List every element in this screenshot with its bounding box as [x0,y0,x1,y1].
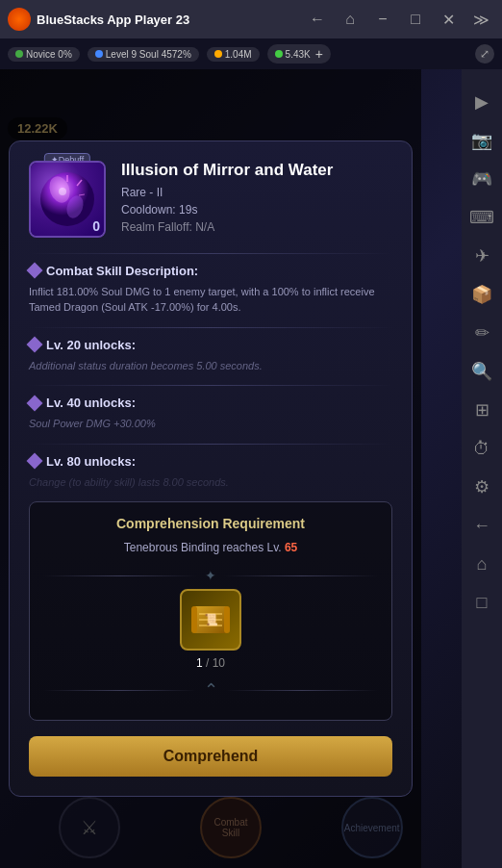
app-logo [8,8,31,31]
comprehension-req: Tenebrous Binding reaches Lv. 65 [43,541,378,554]
home-button[interactable]: ⌂ [337,6,364,33]
diamond-icon-3 [27,395,43,411]
sidebar-gamepad-icon[interactable]: 🎮 [464,162,499,196]
comprehension-box: Comprehension Requirement Tenebrous Bind… [29,501,392,721]
lv20-title: Lv. 20 unlocks: [29,338,392,352]
combat-skill-section: Combat Skill Description: Inflict 181.00… [29,264,392,316]
item-icon: 📜 [180,589,241,651]
top-bar: BlueStacks App Player 23 ← ⌂ − □ ✕ ≫ [0,0,502,38]
sidebar-back-icon[interactable]: ← [464,508,499,543]
fullscreen-button[interactable]: ⤢ [475,44,494,64]
skill-rarity: Rare - II [121,186,392,199]
sidebar-search-icon[interactable]: 🔍 [464,354,499,389]
skill-info: Illusion of Mirror and Water Rare - II C… [121,161,392,234]
status-bar: Novice 0% Level 9 Soul 4572% 1.04M 5.43K… [0,38,502,69]
diamond-icon [27,263,43,279]
novice-status: Novice 0% [8,47,80,62]
level-dot [95,50,103,58]
sidebar-layers-icon[interactable]: ⊞ [464,393,499,427]
modal-overlay: ✦Debuff [0,69,421,868]
divider-4 [29,444,392,445]
maximize-button[interactable]: □ [402,6,429,33]
close-button[interactable]: ✕ [435,6,462,33]
skill-modal: ✦Debuff [9,140,413,798]
ornament-bottom: ⌃ [43,679,378,701]
divider-3 [29,385,392,386]
comprehension-level: 65 [285,541,297,554]
sidebar-edit-icon[interactable]: ✏ [464,316,499,350]
skill-icon: 0 [29,161,106,238]
lv40-desc: Soul Power DMG +30.00% [29,416,392,432]
sidebar-timer-icon[interactable]: ⏱ [464,431,499,466]
sidebar-home-icon[interactable]: ⌂ [464,547,499,581]
currency1-status: 1.04M [207,47,260,62]
sidebar-window-icon[interactable]: □ [464,585,499,620]
svg-point-3 [59,188,66,195]
ornament-top: ✦ [43,568,378,583]
svg-rect-9 [224,606,230,633]
svg-rect-8 [191,606,197,633]
combat-skill-title: Combat Skill Description: [29,264,392,278]
level-status: Level 9 Soul 4572% [88,47,199,62]
sidebar-settings-icon[interactable]: ⚙ [464,470,499,504]
comprehension-title: Comprehension Requirement [43,516,378,531]
novice-dot [15,50,23,58]
ornament-line-bottom-right [226,690,379,691]
diamond-icon-2 [27,337,43,353]
skill-icon-level: 0 [92,218,100,234]
app-title: BlueStacks App Player 23 [37,13,298,27]
lv80-section: Lv. 80 unlocks: Change (to ability skill… [29,454,392,491]
lv80-title: Lv. 80 unlocks: [29,454,392,469]
currency2-expand[interactable]: + [315,46,323,62]
ornament-line-bottom-left [43,690,196,691]
skill-cooldown: Cooldown: 19s [121,203,392,217]
diamond-icon-4 [27,453,43,470]
combat-skill-desc: Inflict 181.00% Soul DMG to 1 enemy targ… [29,284,392,316]
sidebar-play-icon[interactable]: ▶ [464,85,499,119]
lv80-desc: Change (to ability skill) lasts 8.00 sec… [29,474,392,491]
sidebar-camera-icon[interactable]: 📷 [464,123,499,158]
lv40-section: Lv. 40 unlocks: Soul Power DMG +30.00% [29,396,392,432]
skill-icon-container: ✦Debuff [29,161,106,238]
lv20-section: Lv. 20 unlocks: Additional status durati… [29,338,392,374]
currency2-dot [275,50,283,58]
minimize-button[interactable]: − [369,6,396,33]
skill-name: Illusion of Mirror and Water [121,161,392,180]
lv20-desc: Additional status duration becomes 5.00 … [29,358,392,374]
divider-2 [29,327,392,328]
sidebar-package-icon[interactable]: 📦 [464,277,499,312]
svg-text:📜: 📜 [204,612,218,626]
ornament-diamond: ✦ [205,568,216,583]
divider-1 [29,253,392,254]
comprehend-button[interactable]: Comprehend [29,736,392,777]
right-sidebar: 🔊 ⏺ ▶ 📷 🎮 ⌨ ✈ 📦 ✏ 🔍 ⊞ ⏱ ⚙ ← ⌂ □ [462,0,502,868]
sidebar-plane-icon[interactable]: ✈ [464,239,499,273]
currency2-status: 5.43K + [267,44,331,64]
item-count: 1 / 10 [196,656,225,670]
sidebar-keyboard-icon[interactable]: ⌨ [464,200,499,235]
game-background: 12.22K ⚔ CombatSkill Achievement ✦Debuff [0,69,462,868]
ornament-diamond-bottom: ⌃ [204,679,218,701]
item-area: 📜 1 / 10 [43,589,378,670]
ornament-line-right [224,575,378,576]
skill-header: ✦Debuff [29,161,392,238]
back-button[interactable]: ← [304,6,331,33]
currency1-dot [214,50,222,58]
skill-realm: Realm Falloff: N/A [121,220,392,234]
ornament-line-left [43,575,197,576]
expand-button[interactable]: ≫ [467,6,494,33]
lv40-title: Lv. 40 unlocks: [29,396,392,410]
